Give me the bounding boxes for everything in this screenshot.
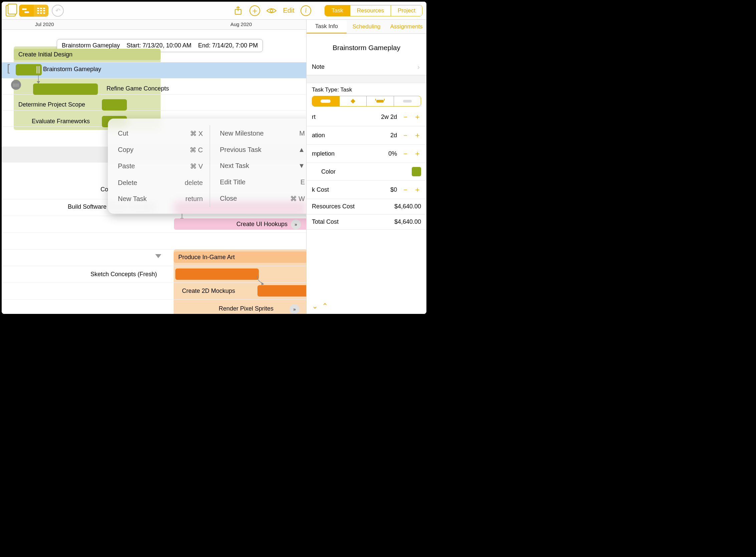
task-bar[interactable] bbox=[258, 285, 306, 296]
chevron-down-icon[interactable] bbox=[155, 254, 161, 258]
expand-icon[interactable]: » bbox=[290, 304, 299, 314]
svg-rect-7 bbox=[43, 10, 45, 11]
duration-row: ation 2d － ＋ bbox=[307, 126, 427, 145]
gantt-icon bbox=[22, 8, 31, 14]
menu-item-close[interactable]: Close⌘ W bbox=[220, 193, 307, 204]
task-bar[interactable] bbox=[175, 268, 259, 280]
decrement-button[interactable]: － bbox=[402, 149, 409, 158]
tooltip-name: Brainstorm Gameplay bbox=[62, 42, 120, 49]
menu-item-next-task[interactable]: Next Task▼ bbox=[220, 160, 307, 171]
link-handle-icon[interactable]: ||||| bbox=[11, 80, 21, 90]
scope-resources[interactable]: Resources bbox=[350, 5, 391, 16]
share-icon[interactable] bbox=[233, 5, 243, 16]
svg-rect-2 bbox=[37, 8, 39, 9]
task-cost-value: $0 bbox=[390, 186, 397, 193]
decrement-button[interactable]: － bbox=[402, 130, 409, 140]
completion-label: mpletion bbox=[312, 150, 335, 157]
resources-cost-value: $4,640.00 bbox=[395, 203, 421, 210]
milestone-shape-icon bbox=[350, 98, 356, 104]
toolbar: ↶ ＋ Edit i Task Resources Project bbox=[2, 2, 427, 20]
increment-button[interactable]: ＋ bbox=[414, 112, 421, 122]
decrement-button[interactable]: － bbox=[402, 185, 409, 195]
menu-item-delete[interactable]: Deletedelete bbox=[118, 178, 206, 188]
menu-item-cut[interactable]: Cut⌘ X bbox=[118, 128, 206, 139]
effort-value: 2w 2d bbox=[381, 114, 397, 121]
grid-icon bbox=[37, 8, 45, 14]
svg-rect-16 bbox=[375, 99, 376, 100]
total-cost-row: Total Cost $4,640.00 bbox=[307, 214, 427, 230]
svg-rect-18 bbox=[403, 100, 412, 102]
group-header[interactable]: Create Initial Design bbox=[14, 49, 161, 60]
svg-rect-5 bbox=[37, 10, 39, 11]
gantt-view-seg[interactable] bbox=[19, 5, 34, 17]
increment-button[interactable]: ＋ bbox=[414, 149, 421, 158]
menu-item-copy[interactable]: Copy⌘ C bbox=[118, 145, 206, 155]
task-label: Render Pixel Sprites bbox=[219, 305, 273, 312]
gantt-chart[interactable]: Jul 2020 Aug 2020 Brainstorm Gamep bbox=[2, 20, 306, 314]
effort-label: rt bbox=[312, 114, 316, 121]
svg-rect-15 bbox=[376, 100, 384, 102]
timeline-month: Aug 2020 bbox=[230, 21, 252, 27]
tooltip-start: Start: 7/13/20, 10:00 AM bbox=[126, 42, 191, 49]
menu-item-paste[interactable]: Paste⌘ V bbox=[118, 161, 206, 172]
type-milestone[interactable] bbox=[339, 96, 367, 106]
task-bar[interactable] bbox=[33, 84, 98, 95]
group-shape-icon bbox=[402, 99, 413, 103]
menu-item-previous-task[interactable]: Previous Task▲ bbox=[220, 145, 307, 155]
duration-value: 2d bbox=[390, 132, 397, 139]
nav-down-icon[interactable]: ⌄ bbox=[312, 302, 318, 311]
effort-row: rt 2w 2d － ＋ bbox=[307, 108, 427, 126]
svg-rect-6 bbox=[40, 10, 42, 11]
task-label: Sketch Concepts (Fresh) bbox=[90, 271, 157, 278]
grid-view-seg[interactable] bbox=[34, 5, 49, 17]
svg-rect-14 bbox=[351, 99, 355, 104]
scope-project[interactable]: Project bbox=[391, 5, 422, 16]
color-swatch[interactable] bbox=[412, 167, 421, 176]
tooltip-end: End: 7/14/20, 7:00 PM bbox=[198, 42, 258, 49]
selection-bracket: [ bbox=[7, 62, 10, 74]
resources-cost-row: Resources Cost $4,640.00 bbox=[307, 199, 427, 214]
edit-button[interactable]: Edit bbox=[283, 7, 294, 14]
task-type-segmented[interactable] bbox=[312, 96, 421, 107]
hammock-shape-icon bbox=[374, 99, 386, 104]
scope-task[interactable]: Task bbox=[325, 5, 350, 16]
type-group[interactable] bbox=[394, 96, 421, 106]
svg-rect-9 bbox=[40, 12, 42, 14]
tab-scheduling[interactable]: Scheduling bbox=[347, 20, 387, 33]
decrement-button[interactable]: － bbox=[402, 112, 409, 122]
view-mode-segmented[interactable] bbox=[19, 5, 49, 17]
svg-rect-8 bbox=[37, 12, 39, 14]
add-button[interactable]: ＋ bbox=[250, 5, 260, 16]
inspector-scope-segmented[interactable]: Task Resources Project bbox=[325, 5, 423, 17]
note-label: Note bbox=[312, 63, 325, 70]
color-row[interactable]: Color bbox=[307, 163, 427, 181]
group-header[interactable]: Produce In-Game Art bbox=[174, 252, 306, 263]
task-row[interactable]: Create UI Hookups bbox=[174, 218, 306, 230]
tab-task-info[interactable]: Task Info bbox=[307, 20, 347, 33]
svg-rect-3 bbox=[40, 8, 42, 9]
dependency-arrow bbox=[35, 75, 42, 85]
tab-assignments[interactable]: Assignments bbox=[386, 20, 427, 33]
info-icon[interactable]: i bbox=[300, 5, 311, 16]
preview-icon[interactable] bbox=[266, 5, 277, 16]
documents-icon[interactable] bbox=[6, 5, 16, 17]
type-task[interactable] bbox=[312, 96, 339, 106]
increment-button[interactable]: ＋ bbox=[414, 185, 421, 195]
menu-item-new-task[interactable]: New Taskreturn bbox=[118, 194, 206, 204]
duration-label: ation bbox=[312, 132, 325, 139]
menu-item-edit-title[interactable]: Edit TitleE bbox=[220, 177, 307, 187]
note-row[interactable]: Note › bbox=[307, 59, 427, 75]
total-cost-label: Total Cost bbox=[312, 218, 339, 226]
menu-item-new-milestone[interactable]: New MilestoneM bbox=[220, 128, 307, 139]
inspector-panel: Task Info Scheduling Assignments Brainst… bbox=[306, 20, 427, 314]
nav-up-icon[interactable]: ⌃ bbox=[322, 302, 328, 311]
svg-rect-0 bbox=[22, 8, 27, 10]
increment-button[interactable]: ＋ bbox=[414, 130, 421, 140]
task-bar[interactable] bbox=[102, 99, 127, 111]
expand-icon[interactable]: » bbox=[291, 219, 301, 229]
timeline-header: Jul 2020 Aug 2020 bbox=[2, 20, 306, 30]
type-hammock[interactable] bbox=[366, 96, 394, 106]
task-type-label: Task Type: Task bbox=[307, 83, 427, 93]
undo-button[interactable]: ↶ bbox=[52, 5, 64, 17]
drag-handle-icon[interactable] bbox=[36, 64, 42, 75]
